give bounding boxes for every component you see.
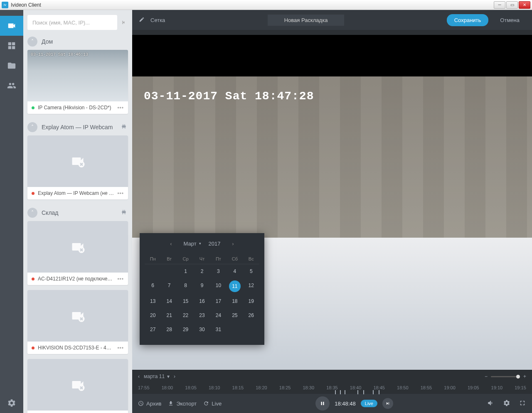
group-name: Склад — [42, 209, 116, 216]
calendar-prev[interactable]: ‹ — [166, 241, 176, 247]
export-button[interactable]: Экспорт — [168, 401, 197, 407]
volume-button[interactable] — [487, 399, 495, 408]
settings-button[interactable] — [503, 399, 510, 408]
timeline-date-selector[interactable]: марта 11 ▾ — [144, 374, 170, 379]
plug-icon[interactable] — [121, 123, 128, 131]
timeline-tick: 18:00 — [162, 385, 173, 390]
layout-title[interactable]: Новая Раскладка — [268, 15, 345, 26]
calendar-day[interactable]: 17 — [210, 294, 227, 308]
calendar-day[interactable]: 9 — [194, 278, 210, 294]
window-minimize-button[interactable]: ─ — [494, 1, 505, 9]
archive-button[interactable]: Архив — [138, 401, 161, 407]
live-badge: Live — [361, 400, 377, 407]
nav-grid[interactable] — [0, 36, 23, 56]
group-name: Дом — [42, 38, 128, 45]
calendar-day[interactable]: 1 — [177, 264, 194, 278]
nav-cameras[interactable] — [0, 16, 23, 36]
calendar-day[interactable]: 11 — [229, 280, 241, 292]
play-pause-button[interactable] — [315, 396, 330, 411]
live-button[interactable]: Live — [203, 401, 222, 407]
camera-menu-button[interactable]: ••• — [117, 276, 124, 282]
camera-menu-button[interactable]: ••• — [117, 345, 124, 351]
calendar-day[interactable]: 5 — [243, 264, 259, 278]
timeline[interactable]: ‹ марта 11 ▾ › − + 17:5518:0018:0518:101… — [132, 370, 532, 394]
camera-name: HIKVISION DS-2CD7153-E - 4111... — [38, 345, 114, 351]
window-maximize-button[interactable]: ▭ — [506, 1, 518, 9]
calendar-day[interactable]: 2 — [194, 264, 210, 278]
save-button[interactable]: Сохранить — [447, 14, 489, 26]
zoom-in[interactable]: + — [523, 374, 526, 379]
calendar-next[interactable]: › — [228, 241, 238, 247]
camera-preview-offline[interactable] — [27, 221, 128, 273]
timeline-prev[interactable]: ‹ — [138, 374, 140, 379]
calendar-year[interactable]: 2017 — [209, 241, 221, 247]
calendar-month-selector[interactable]: Март ▾ — [183, 241, 201, 247]
timeline-next[interactable]: › — [174, 374, 175, 379]
window-close-button[interactable]: ✕ — [519, 1, 530, 9]
calendar-day[interactable]: 12 — [243, 278, 259, 294]
people-icon — [7, 81, 16, 90]
camera-preview-offline[interactable] — [27, 290, 128, 342]
zoom-slider[interactable] — [491, 376, 520, 377]
camera-name: Explay Atom — IP Webcam (не по... — [38, 190, 114, 196]
calendar-day[interactable]: 16 — [194, 294, 210, 308]
cancel-button[interactable]: Отмена — [494, 14, 525, 26]
calendar-day[interactable]: 3 — [210, 264, 227, 278]
nav-people[interactable] — [0, 76, 23, 96]
calendar-day[interactable]: 25 — [227, 308, 243, 322]
calendar-day[interactable]: 8 — [177, 278, 194, 294]
sidebar-collapse-button[interactable] — [120, 15, 128, 30]
calendar-day[interactable]: 20 — [145, 308, 161, 322]
calendar-day[interactable]: 26 — [243, 308, 259, 322]
camera-preview[interactable]: 03-11-2017 Sat 18:46:13 — [27, 50, 128, 101]
group-name: Explay Atom — IP Webcam — [42, 124, 116, 130]
calendar-day[interactable]: 15 — [177, 294, 194, 308]
nav-settings[interactable] — [0, 393, 23, 413]
calendar-day[interactable]: 7 — [161, 278, 177, 294]
calendar-day[interactable]: 6 — [145, 278, 161, 294]
grid-label[interactable]: Сетка — [150, 17, 165, 23]
timeline-tick: 19:10 — [491, 385, 503, 390]
status-dot — [32, 192, 34, 195]
edit-icon[interactable] — [139, 17, 145, 24]
search-input[interactable] — [27, 15, 117, 30]
calendar-day[interactable]: 14 — [161, 294, 177, 308]
camera-preview-offline[interactable] — [27, 135, 128, 187]
skip-forward-button[interactable] — [382, 398, 393, 409]
calendar-day[interactable]: 28 — [161, 322, 177, 337]
plug-icon[interactable] — [121, 209, 128, 216]
chevron-down-icon: ▾ — [167, 374, 170, 379]
timeline-tick: 18:55 — [421, 385, 432, 390]
timeline-tick: 19:00 — [444, 385, 456, 390]
camera-menu-button[interactable]: ••• — [117, 105, 124, 111]
timeline-tick: 18:05 — [185, 385, 197, 390]
calendar-day[interactable]: 29 — [177, 322, 194, 337]
calendar-day[interactable]: 31 — [210, 322, 227, 337]
calendar-day[interactable]: 30 — [194, 322, 210, 337]
calendar-day[interactable]: 4 — [227, 264, 243, 278]
calendar-day[interactable]: 23 — [194, 308, 210, 322]
nav-folder[interactable] — [0, 56, 23, 76]
calendar-day[interactable]: 22 — [177, 308, 194, 322]
zoom-out[interactable]: − — [485, 374, 488, 379]
refresh-icon — [203, 401, 209, 406]
camera-preview-offline[interactable] — [27, 359, 128, 411]
group-header[interactable]: ˄ Дом — [23, 33, 132, 50]
calendar-dow: Вс — [243, 254, 259, 264]
calendar-day[interactable]: 19 — [243, 294, 259, 308]
folder-icon — [7, 61, 16, 70]
camera-card: HIKVISION DS-2CD7153-E - 4111... ••• — [27, 290, 128, 354]
calendar-day[interactable]: 13 — [145, 294, 161, 308]
calendar-day[interactable]: 18 — [227, 294, 243, 308]
fullscreen-button[interactable] — [519, 399, 526, 408]
camera-menu-button[interactable]: ••• — [117, 190, 124, 196]
main-area: Сетка Новая Раскладка Сохранить Отмена 0… — [132, 10, 532, 413]
calendar-day[interactable]: 10 — [210, 278, 227, 294]
calendar-day[interactable]: 24 — [210, 308, 227, 322]
chevron-up-icon: ˄ — [27, 122, 37, 132]
chevron-up-icon: ˄ — [27, 37, 37, 47]
group-header[interactable]: ˄ Склад — [23, 204, 132, 221]
calendar-day[interactable]: 21 — [161, 308, 177, 322]
group-header[interactable]: ˄ Explay Atom — IP Webcam — [23, 119, 132, 135]
calendar-day[interactable]: 27 — [145, 322, 161, 337]
